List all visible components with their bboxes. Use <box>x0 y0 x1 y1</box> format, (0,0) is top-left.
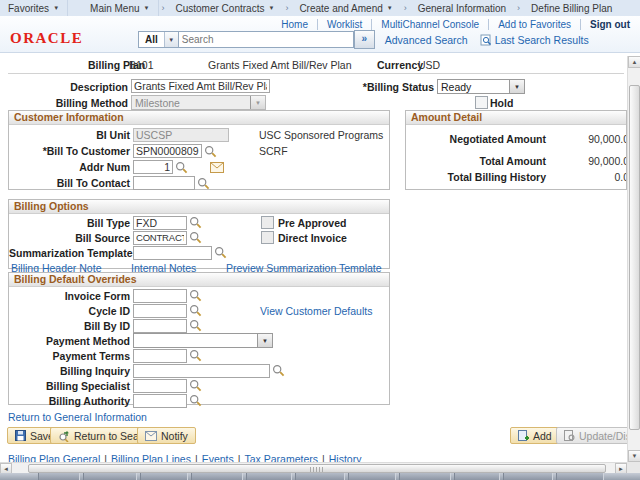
add-button[interactable]: Add <box>510 427 560 444</box>
lookup-bill-to-customer-icon[interactable] <box>204 145 217 158</box>
divider <box>8 73 624 74</box>
last-search-results-link[interactable]: Last Search Results <box>480 34 589 46</box>
chevron-down-icon: ▼ <box>387 5 393 11</box>
return-to-general-information-link[interactable]: Return to General Information <box>8 411 147 423</box>
bill-to-customer-input[interactable] <box>133 144 202 158</box>
multichannel-console-link[interactable]: MultiChannel Console <box>372 19 489 30</box>
lookup-addr-num-icon[interactable] <box>175 161 188 174</box>
last-search-results-label: Last Search Results <box>495 34 589 46</box>
bill-to-customer-description: SCRF <box>259 145 288 157</box>
billing-specialist-input[interactable] <box>133 379 187 393</box>
scrollbar-corner <box>627 462 640 473</box>
search-scope-select[interactable]: All ▼ <box>138 31 179 48</box>
chevron-down-icon: ▼ <box>268 5 274 11</box>
bill-source-input[interactable] <box>133 231 187 245</box>
lookup-invoice-form-icon[interactable] <box>189 289 202 302</box>
negotiated-amount-value: 90,000.0 <box>546 133 626 145</box>
lookup-bill-to-contact-icon[interactable] <box>197 177 210 190</box>
lookup-cycle-id-icon[interactable] <box>189 304 202 317</box>
bill-type-label: Bill Type <box>9 217 133 229</box>
events-billed-to-date-value: 0.0 <box>546 187 626 191</box>
billing-method-value: Milestone <box>132 97 250 109</box>
return-to-search-icon <box>58 430 70 442</box>
lookup-billing-authority-icon[interactable] <box>189 394 202 407</box>
breadcrumb-main-menu[interactable]: Main Menu ▼ <box>82 0 158 16</box>
amount-row: Total Amount 90,000.0 <box>406 154 626 167</box>
breadcrumb-label: Define Billing Plan <box>531 3 612 14</box>
email-address-icon[interactable] <box>210 162 224 173</box>
addr-num-input[interactable] <box>133 160 173 174</box>
worklist-link[interactable]: Worklist <box>318 19 372 30</box>
breadcrumb-define-billing-plan[interactable]: Define Billing Plan <box>523 0 620 16</box>
scroll-down-button[interactable]: ▼ <box>628 450 640 462</box>
billing-status-select[interactable]: Ready ▼ <box>437 79 525 94</box>
direct-invoice-label: Direct Invoice <box>278 232 350 244</box>
vertical-scrollbar-thumb[interactable] <box>629 85 640 430</box>
lookup-billing-inquiry-icon[interactable] <box>272 364 285 377</box>
breadcrumb-label: Customer Contracts <box>176 3 265 14</box>
payment-terms-input[interactable] <box>133 349 187 363</box>
total-amount-value: 90,000.0 <box>546 155 626 167</box>
bill-source-label: Bill Source <box>9 232 133 244</box>
bill-to-contact-input[interactable] <box>133 176 195 190</box>
billing-authority-input[interactable] <box>133 394 187 408</box>
search-input[interactable] <box>179 31 354 48</box>
chevron-down-icon: ▼ <box>53 5 59 11</box>
billing-default-overrides-title: Billing Default Overrides <box>9 273 389 287</box>
breadcrumb-customer-contracts[interactable]: Customer Contracts ▼ <box>168 0 283 16</box>
cycle-id-input[interactable] <box>133 304 187 318</box>
bill-type-input[interactable] <box>133 216 187 230</box>
pre-approved-checkbox[interactable] <box>261 216 274 229</box>
lookup-payment-terms-icon[interactable] <box>189 349 202 362</box>
vertical-scrollbar[interactable]: ▲ ▼ <box>627 56 640 462</box>
bill-to-contact-label: Bill To Contact <box>9 177 133 189</box>
horizontal-scrollbar[interactable]: ◄ ► <box>0 462 627 473</box>
breadcrumb-create-and-amend[interactable]: Create and Amend ▼ <box>291 0 400 16</box>
payment-method-select[interactable]: ▼ <box>133 333 273 348</box>
update-display-icon <box>564 430 575 441</box>
billing-options-title: Billing Options <box>9 200 389 214</box>
define-billing-plan-page: Favorites ▼ Main Menu ▼ › Customer Contr… <box>0 0 640 480</box>
amount-detail-title: Amount Detail <box>406 111 626 125</box>
summarization-template-id-input[interactable] <box>133 246 212 260</box>
billing-inquiry-input[interactable] <box>133 364 270 378</box>
chevron-down-icon[interactable]: ▼ <box>509 80 524 93</box>
horizontal-scrollbar-thumb[interactable] <box>28 464 606 473</box>
lookup-bill-source-icon[interactable] <box>189 231 202 244</box>
hold-checkbox[interactable] <box>475 96 488 109</box>
pre-approved-label: Pre Approved <box>278 217 349 229</box>
invoice-form-input[interactable] <box>133 289 187 303</box>
customer-information-section: Customer Information BI Unit USC Sponsor… <box>8 110 390 190</box>
breadcrumb-label: Favorites <box>8 3 49 14</box>
billing-plan-value: B101 <box>129 59 154 71</box>
bill-to-customer-label: *Bill To Customer <box>9 145 133 157</box>
lookup-bill-type-icon[interactable] <box>189 216 202 229</box>
lookup-bill-by-id-icon[interactable] <box>189 319 202 332</box>
chevron-down-icon[interactable]: ▼ <box>257 334 272 347</box>
cycle-id-label: Cycle ID <box>9 305 133 317</box>
lookup-summarization-template-icon[interactable] <box>214 246 227 259</box>
view-customer-defaults-link[interactable]: View Customer Defaults <box>260 305 372 317</box>
notify-button[interactable]: Notify <box>137 427 196 444</box>
description-input[interactable] <box>131 79 270 93</box>
breadcrumb-favorites[interactable]: Favorites ▼ <box>0 0 68 16</box>
scroll-up-button[interactable]: ▲ <box>628 56 640 68</box>
customer-information-title: Customer Information <box>9 111 389 125</box>
billing-default-overrides-section: Billing Default Overrides Invoice Form C… <box>8 272 390 405</box>
add-to-favorites-link[interactable]: Add to Favorites <box>489 19 581 30</box>
search-go-button[interactable]: » <box>354 30 375 49</box>
advanced-search-link[interactable]: Advanced Search <box>385 34 468 46</box>
lookup-billing-specialist-icon[interactable] <box>189 379 202 392</box>
breadcrumb-label: Create and Amend <box>299 3 382 14</box>
billing-plan-name: Grants Fixed Amt Bill/Rev Plan <box>208 59 352 71</box>
utility-links: Home Worklist MultiChannel Console Add t… <box>272 18 636 31</box>
addr-num-label: Addr Num <box>9 161 133 173</box>
amount-row: Total Billing History 0.0 <box>406 170 626 183</box>
notify-label: Notify <box>161 430 188 442</box>
sign-out-link[interactable]: Sign out <box>581 19 636 30</box>
chevron-down-icon[interactable]: ▼ <box>164 32 178 47</box>
direct-invoice-checkbox[interactable] <box>261 231 274 244</box>
breadcrumb-general-information[interactable]: General Information <box>410 0 514 16</box>
bill-by-id-input[interactable] <box>133 319 187 333</box>
home-link[interactable]: Home <box>272 19 318 30</box>
